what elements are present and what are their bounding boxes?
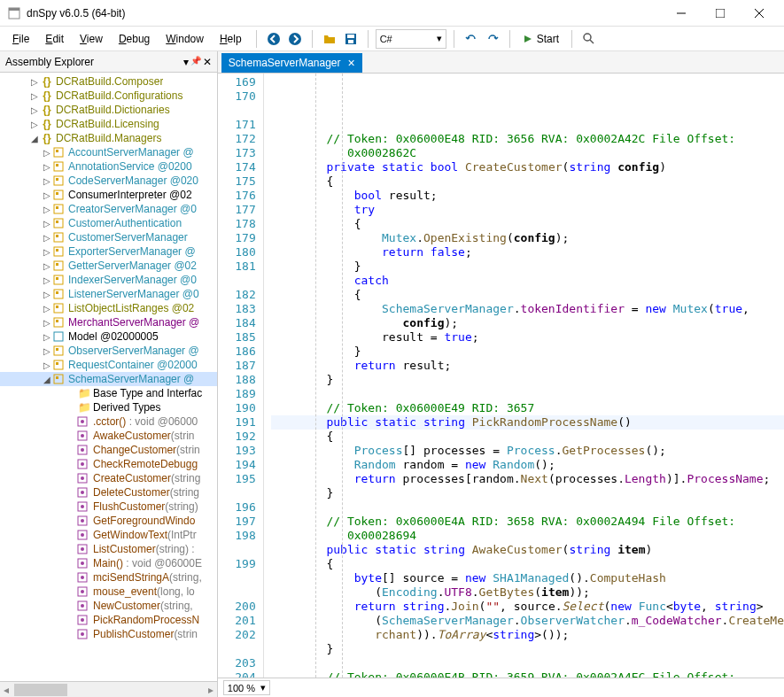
tree-toggle-icon[interactable]: ▷ [41, 261, 52, 271]
tree-toggle-icon[interactable]: ▷ [41, 205, 52, 214]
tree-row[interactable]: ▷RequestContainer @02000 [0, 358, 217, 372]
panel-dropdown-icon[interactable]: ▾ [183, 56, 189, 68]
tree-toggle-icon[interactable]: ◢ [28, 134, 40, 143]
tree-row[interactable]: ◢{}DCRatBuild.Managers [0, 131, 217, 145]
tree-row[interactable]: 📁Derived Types [0, 400, 217, 414]
tree-toggle-icon[interactable]: ▷ [41, 219, 52, 228]
tree-row[interactable]: ▷{}DCRatBuild.Licensing [0, 117, 217, 131]
tree-row[interactable]: ◢SchemaServerManager @ [0, 372, 217, 386]
svg-rect-3 [716, 9, 725, 18]
svg-rect-28 [56, 249, 58, 252]
tree-toggle-icon[interactable]: ▷ [28, 105, 40, 115]
tree-row[interactable]: .cctor() : void @06000 [0, 414, 217, 429]
menu-debug[interactable]: Debug [112, 30, 157, 48]
minimize-button[interactable] [664, 2, 699, 25]
tree-row[interactable]: GetForegroundWindo [0, 514, 217, 528]
tree-row[interactable]: ▷{}DCRatBuild.Dictionaries [0, 103, 217, 117]
tree-row[interactable]: GetWindowText(IntPtr [0, 528, 217, 542]
tree-row[interactable]: ListCustomer(string) : [0, 542, 217, 556]
tree-row[interactable]: ▷ListenerServerManager @0 [0, 287, 217, 301]
tree-toggle-icon[interactable]: ▷ [41, 346, 52, 356]
pin-icon[interactable]: 📌 [190, 56, 201, 68]
tree-toggle-icon[interactable]: ▷ [41, 332, 52, 342]
maximize-button[interactable] [702, 2, 738, 25]
menu-window[interactable]: Window [159, 30, 211, 48]
tab-schemaservermanager[interactable]: SchemaServerManager × [221, 53, 362, 73]
tree-toggle-icon[interactable]: ▷ [41, 162, 52, 172]
tree-node-icon [77, 445, 91, 455]
tree-row[interactable]: mouse_event(long, lo [0, 585, 217, 599]
tree-toggle-icon[interactable]: ▷ [41, 318, 52, 328]
tree-row[interactable]: ▷IndexerServerManager @0 [0, 273, 217, 287]
tree-view[interactable]: ▷{}DCRatBuild.Composer▷{}DCRatBuild.Conf… [0, 73, 217, 681]
panel-close-icon[interactable]: ✕ [203, 56, 212, 68]
tree-node-label: AwakeCustomer(strin [93, 430, 195, 442]
tree-node-icon [77, 530, 91, 540]
tree-node-label: IndexerServerManager @0 [68, 274, 197, 286]
tree-row[interactable]: mciSendStringA(string, [0, 570, 217, 585]
tree-row[interactable]: ▷ConsumerInterpreter @02 [0, 188, 217, 202]
nav-forward-button[interactable] [285, 29, 305, 49]
tree-row[interactable]: ChangeCustomer(strin [0, 443, 217, 457]
tree-row[interactable]: NewCustomer(string, [0, 599, 217, 613]
tree-row[interactable]: CheckRemoteDebugg [0, 457, 217, 471]
menu-view[interactable]: View [73, 30, 110, 48]
tree-toggle-icon[interactable]: ▷ [41, 304, 52, 314]
tree-row[interactable]: ▷ExporterServerManager @ [0, 244, 217, 259]
nav-back-button[interactable] [264, 29, 283, 49]
tree-row[interactable]: ▷MerchantServerManager @ [0, 315, 217, 329]
svg-point-11 [584, 34, 591, 41]
tree-toggle-icon[interactable]: ▷ [41, 233, 52, 243]
tree-row[interactable]: FlushCustomer(string) [0, 500, 217, 514]
tree-toggle-icon[interactable]: ▷ [28, 91, 40, 101]
tree-row[interactable]: 📁Base Type and Interfac [0, 386, 217, 400]
tree-row[interactable]: ▷ListObjectListRanges @02 [0, 301, 217, 315]
tree-row[interactable]: PickRandomProcessN [0, 613, 217, 627]
tree-node-label: Derived Types [93, 401, 160, 414]
tree-node-label: Main() : void @06000E [93, 557, 202, 569]
tree-toggle-icon[interactable]: ▷ [41, 190, 52, 200]
horizontal-scrollbar[interactable]: ◂ ▸ [0, 681, 217, 697]
language-dropdown[interactable]: C#▾ [376, 29, 446, 49]
tree-toggle-icon[interactable]: ◢ [41, 375, 52, 384]
tree-row[interactable]: ▷ObserverServerManager @ [0, 344, 217, 358]
tree-toggle-icon[interactable]: ▷ [41, 275, 52, 285]
code-text[interactable]: // Token: 0x06000E48 RID: 3656 RVA: 0x00… [264, 74, 784, 678]
zoom-dropdown[interactable]: 100 % ▾ [223, 680, 270, 695]
tree-row[interactable]: ▷Model @02000005 [0, 329, 217, 344]
tree-row[interactable]: AwakeCustomer(strin [0, 429, 217, 443]
tree-node-icon [52, 345, 66, 357]
tree-row[interactable]: CreateCustomer(string [0, 471, 217, 485]
tree-toggle-icon[interactable]: ▷ [41, 247, 52, 257]
tree-row[interactable]: PublishCustomer(strin [0, 627, 217, 641]
tree-row[interactable]: ▷AccountServerManager @ [0, 145, 217, 159]
tree-row[interactable]: Main() : void @06000E [0, 556, 217, 570]
tree-toggle-icon[interactable]: ▷ [28, 77, 40, 87]
menu-file[interactable]: File [5, 30, 36, 48]
code-editor[interactable]: 1691701711721731741751761771781791801811… [218, 73, 784, 678]
tree-toggle-icon[interactable]: ▷ [41, 290, 52, 299]
menu-help[interactable]: Help [213, 30, 249, 48]
open-button[interactable] [320, 29, 339, 49]
tree-row[interactable]: ▷CustomerAuthentication [0, 216, 217, 230]
tree-row[interactable]: ▷CodeServerManager @020 [0, 174, 217, 188]
tree-row[interactable]: DeleteCustomer(string [0, 485, 217, 500]
tree-row[interactable]: ▷CustomerServerManager [0, 230, 217, 244]
tree-toggle-icon[interactable]: ▷ [41, 360, 52, 370]
tree-row[interactable]: ▷{}DCRatBuild.Configurations [0, 89, 217, 103]
undo-button[interactable] [462, 29, 481, 49]
start-debug-button[interactable]: Start [517, 29, 564, 49]
tree-toggle-icon[interactable]: ▷ [28, 120, 40, 129]
tree-toggle-icon[interactable]: ▷ [41, 148, 52, 158]
tree-row[interactable]: ▷CreatorServerManager @0 [0, 202, 217, 216]
tree-row[interactable]: ▷{}DCRatBuild.Composer [0, 74, 217, 89]
save-button[interactable] [341, 29, 361, 49]
tab-close-icon[interactable]: × [348, 57, 355, 69]
tree-toggle-icon[interactable]: ▷ [41, 176, 52, 186]
tree-row[interactable]: ▷AnnotationService @0200 [0, 159, 217, 174]
close-button[interactable] [741, 2, 777, 25]
redo-button[interactable] [483, 29, 502, 49]
menu-edit[interactable]: Edit [38, 30, 71, 48]
search-button[interactable] [579, 29, 599, 49]
tree-row[interactable]: ▷GetterServerManager @02 [0, 259, 217, 273]
